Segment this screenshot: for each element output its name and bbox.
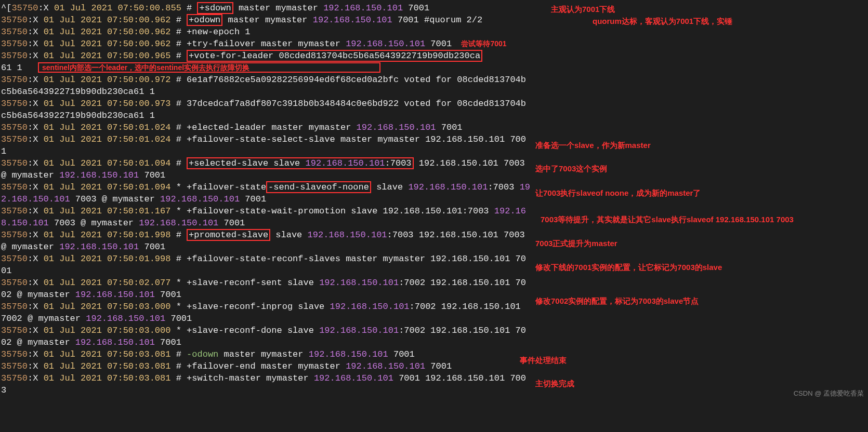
log-line: 35750:X 01 Jul 2021 07:50:01.024 # +elec… (1, 122, 867, 133)
log-line: 35750:X 01 Jul 2021 07:50:00.972 # 6e1af… (1, 74, 531, 98)
log-line: 35750:X 01 Jul 2021 07:50:01.024 # +fail… (1, 133, 531, 157)
annot-sdown: 主观认为7001下线 (551, 3, 615, 15)
log-line: 35750:X 01 Jul 2021 07:50:01.094 # +sele… (1, 157, 531, 181)
log-line: 35750:X 01 Jul 2021 07:50:01.167 * +fail… (1, 205, 531, 229)
annot-noone: 让7003执行slaveof noone，成为新的master了 (535, 187, 701, 199)
log-line: 35750:X 01 Jul 2021 07:50:03.081 # +swit… (1, 372, 531, 396)
log-line: 35750:X 01 Jul 2021 07:50:03.000 * +slav… (1, 301, 531, 325)
log-line: 35750:X 01 Jul 2021 07:50:03.081 # -odow… (1, 348, 867, 360)
boxed-sdown: +sdown (197, 2, 233, 14)
log-line: 35750:X 01 Jul 2021 07:50:01.094 * +fail… (1, 181, 531, 205)
log-line: 35750:X 01 Jul 2021 07:50:03.081 # +fail… (1, 360, 867, 372)
boxed-selected: +selected-slave slave 192.168.150.101:70… (187, 157, 413, 169)
terminal-output: 主观认为7001下线 quorum达标，客观认为7001下线，实锤 准备选一个s… (0, 0, 868, 401)
annot-end: 事件处理结束 (520, 354, 567, 366)
log-line: 35750:X 01 Jul 2021 07:50:00.962 # +new-… (1, 26, 867, 38)
log-line: ^[35750:X 01 Jul 2021 07:50:00.855 # +sd… (1, 2, 867, 14)
log-line: 35750:X 01 Jul 2021 07:50:00.965 # +vote… (1, 50, 531, 74)
annot-reconf2: 修改7002实例的配置，标记为7003的slave节点 (535, 295, 699, 307)
annot-leader: sentinel内部选一个leader，选中的sentinel实例去执行故障切换 (38, 62, 380, 73)
annot-select-slave: 准备选一个slave，作为新master (535, 139, 651, 151)
annot-try: 尝试等待7001 (461, 39, 506, 48)
watermark: CSDN @ 孟德爱吃香菜 (794, 387, 864, 399)
log-line: 35750:X 01 Jul 2021 07:50:01.998 # +prom… (1, 229, 531, 253)
boxed-noone: -send-slaveof-noone (266, 181, 371, 193)
boxed-odown: +odown (187, 14, 222, 26)
boxed-promoted: +promoted-slave (187, 229, 270, 241)
log-line: 35750:X 01 Jul 2021 07:50:00.962 # +odow… (1, 14, 867, 26)
boxed-vote: +vote-for-leader 08cded813704bc5b6a56439… (187, 50, 482, 62)
annot-odown: quorum达标，客观认为7001下线，实锤 (593, 15, 732, 27)
annot-wait: 7003等待提升，其实就是让其它slave执行slaveof 192.168.1… (541, 213, 794, 225)
log-line: 35750:X 01 Jul 2021 07:50:02.077 * +slav… (1, 277, 531, 301)
annot-switch: 主切换完成 (535, 377, 574, 389)
annot-reconf: 修改下线的7001实例的配置，让它标记为7003的slave (535, 261, 722, 273)
log-line: 35750:X 01 Jul 2021 07:50:03.000 * +slav… (1, 325, 531, 348)
annot-promoted: 7003正式提升为master (535, 237, 617, 249)
log-line: 35750:X 01 Jul 2021 07:50:00.962 # +try-… (1, 38, 867, 50)
log-line: 35750:X 01 Jul 2021 07:50:01.998 # +fail… (1, 253, 531, 277)
annot-selected: 选中了7003这个实例 (535, 163, 607, 174)
log-line: 35750:X 01 Jul 2021 07:50:00.973 # 37dce… (1, 98, 531, 122)
